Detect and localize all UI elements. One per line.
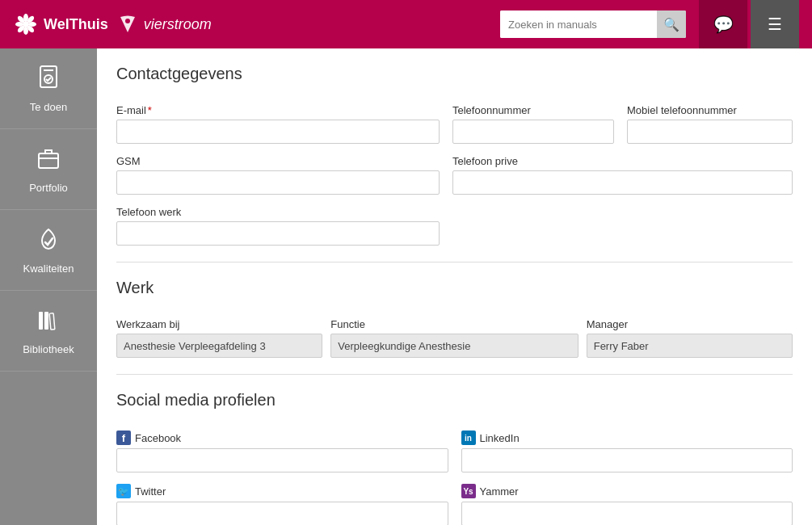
contact-row-3: Telefoon werk [116, 206, 793, 246]
email-input[interactable] [116, 120, 440, 144]
bibliotheek-label: Bibliotheek [23, 343, 74, 355]
gsm-field-group: GSM [116, 155, 440, 195]
social-media-title: Social media profielen [116, 391, 793, 416]
contactgegevens-title: Contactgegevens [116, 65, 793, 90]
section-divider-2 [116, 374, 793, 375]
linkedin-label-row: in LinkedIn [461, 430, 793, 445]
twitter-icon: 🐦 [116, 484, 131, 498]
social-row-1: f Facebook in LinkedIn [116, 430, 793, 472]
werk-row: Werkzaam bij Functie Manager [116, 318, 793, 358]
contact-row-2: GSM Telefoon prive [116, 155, 793, 195]
svg-rect-16 [49, 313, 55, 329]
section-divider-1 [116, 262, 793, 262]
main-layout: Te doen Portfolio Kwaliteiten [0, 48, 812, 525]
werkzaam-bij-label: Werkzaam bij [116, 318, 322, 330]
vierstroom-icon [116, 13, 139, 36]
yammer-field-group: Ys Yammer [461, 484, 793, 525]
sidebar: Te doen Portfolio Kwaliteiten [0, 48, 97, 525]
telefoon-werk-label: Telefoon werk [116, 206, 440, 218]
functie-field-group: Functie [330, 318, 578, 358]
gsm-input[interactable] [116, 170, 440, 195]
email-field-group: E-mail* [116, 104, 440, 144]
telefoonnummer-field-group: Telefoonnummer [452, 104, 614, 144]
header-logo: WelThuis vierstroom [13, 11, 500, 37]
menu-icon: ☰ [768, 15, 782, 34]
sidebar-item-kwaliteiten[interactable]: Kwaliteiten [0, 210, 97, 291]
svg-rect-14 [39, 312, 43, 330]
functie-label: Functie [330, 318, 578, 330]
content-area: Contactgegevens E-mail* Telefoonnummer M… [97, 48, 812, 525]
twitter-input[interactable] [116, 502, 448, 525]
yammer-label-row: Ys Yammer [461, 484, 793, 498]
contact-row-1: E-mail* Telefoonnummer Mobiel telefoonnu… [116, 104, 793, 144]
portfolio-label: Portfolio [29, 182, 68, 194]
yammer-icon: Ys [461, 484, 476, 498]
email-label: E-mail* [116, 104, 440, 116]
mobiel-label: Mobiel telefoonnummer [627, 104, 793, 116]
menu-button[interactable]: ☰ [751, 0, 799, 48]
telefoon-prive-field-group: Telefoon prive [452, 155, 793, 195]
linkedin-label: LinkedIn [480, 432, 520, 444]
facebook-field-group: f Facebook [116, 430, 448, 472]
search-bar: 🔍 [500, 10, 686, 38]
svg-rect-15 [44, 312, 48, 330]
bibliotheek-icon [36, 307, 61, 338]
facebook-input[interactable] [116, 448, 448, 472]
facebook-icon: f [116, 430, 131, 445]
header: WelThuis vierstroom 🔍 💬 ☰ [0, 0, 812, 48]
social-media-section: Social media profielen f Facebook in Lin… [116, 391, 793, 525]
werkzaam-bij-input[interactable] [116, 334, 322, 358]
svg-rect-10 [40, 66, 57, 87]
te-doen-icon [36, 65, 61, 96]
gsm-label: GSM [116, 155, 440, 167]
sidebar-item-portfolio[interactable]: Portfolio [0, 129, 97, 210]
telefoonnummer-input[interactable] [452, 120, 614, 144]
facebook-label: Facebook [135, 432, 181, 444]
telefoon-prive-input[interactable] [452, 170, 793, 195]
telefoon-werk-input[interactable] [116, 221, 440, 246]
sidebar-item-te-doen[interactable]: Te doen [0, 48, 97, 129]
contactgegevens-section: Contactgegevens E-mail* Telefoonnummer M… [116, 65, 793, 246]
linkedin-icon: in [461, 430, 476, 445]
portfolio-icon [36, 145, 61, 177]
functie-input[interactable] [330, 334, 578, 358]
twitter-field-group: 🐦 Twitter [116, 484, 448, 525]
facebook-label-row: f Facebook [116, 430, 448, 445]
linkedin-input[interactable] [461, 448, 793, 472]
yammer-label: Yammer [480, 485, 519, 498]
svg-rect-12 [44, 69, 53, 71]
twitter-label-row: 🐦 Twitter [116, 484, 448, 498]
search-button[interactable]: 🔍 [657, 10, 686, 38]
yammer-input[interactable] [461, 502, 793, 525]
linkedin-field-group: in LinkedIn [461, 430, 793, 472]
svg-point-9 [125, 19, 130, 23]
werkzaam-bij-field-group: Werkzaam bij [116, 318, 322, 358]
vierstroom-text: vierstroom [144, 16, 212, 33]
manager-field-group: Manager [587, 318, 793, 358]
search-input[interactable] [500, 10, 657, 38]
messages-icon: 💬 [713, 15, 734, 34]
messages-button[interactable]: 💬 [699, 0, 747, 48]
welthuis-text: WelThuis [44, 16, 108, 33]
telefoonnummer-label: Telefoonnummer [452, 104, 614, 116]
manager-label: Manager [587, 318, 793, 330]
manager-input[interactable] [587, 334, 793, 358]
sidebar-item-bibliotheek[interactable]: Bibliotheek [0, 291, 97, 372]
werk-section: Werk Werkzaam bij Functie Manager [116, 279, 793, 358]
header-actions: 💬 ☰ [699, 0, 799, 48]
telefoon-werk-field-group: Telefoon werk [116, 206, 440, 246]
kwaliteiten-icon [36, 226, 61, 258]
welthuis-flower-icon [13, 11, 39, 37]
mobiel-input[interactable] [627, 120, 793, 144]
telefoon-prive-label: Telefoon prive [452, 155, 793, 167]
social-row-2: 🐦 Twitter Ys Yammer [116, 484, 793, 525]
logo-welthuis: WelThuis [13, 11, 108, 37]
mobiel-field-group: Mobiel telefoonnummer [627, 104, 793, 144]
svg-rect-13 [39, 153, 58, 168]
kwaliteiten-label: Kwaliteiten [23, 262, 74, 275]
logo-vierstroom: vierstroom [116, 13, 212, 36]
werk-title: Werk [116, 279, 793, 304]
te-doen-label: Te doen [30, 101, 67, 113]
twitter-label: Twitter [135, 485, 166, 498]
